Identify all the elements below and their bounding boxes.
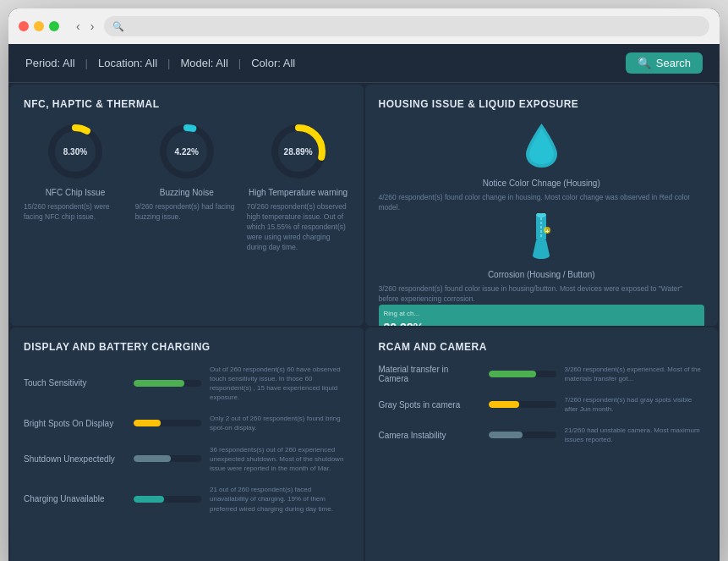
overflow-value: 30.28% [384,321,700,326]
rcam-row-1-fill [489,401,519,408]
rcam-row-2-fill [489,432,523,438]
search-label: Search [656,57,691,69]
housing-panel: HOUSING ISSUE & LIQUID EXPOSURE Notice C… [365,85,719,326]
dashboard-grid: NFC, HAPTIC & THERMAL 8.30% NFC Chip Iss… [8,83,720,561]
nfc-metric-3: 28.89% High Temperature warning 70/260 r… [247,122,350,252]
nfc-metric-1: 8.30% NFC Chip Issue 15/260 respondent(s… [24,122,127,252]
display-row-1-track [134,420,201,426]
housing-item-2-desc: 3/260 respondent(s) found color issue in… [379,284,705,305]
nfc-panel: NFC, HAPTIC & THERMAL 8.30% NFC Chip Iss… [10,85,364,326]
display-row-1: Bright Spots On Display Only 2 out of 26… [24,414,350,432]
location-filter[interactable]: Location: All [88,57,167,69]
housing-item-2-name: Corrosion (Housing / Button) [488,270,595,279]
donut-2: 4.22% [157,122,216,181]
display-row-3-fill [134,496,164,503]
rcam-row-0-fill [489,371,536,377]
traffic-lights [19,21,59,31]
overflow-card: Ring at ch... 30.28% [379,305,705,326]
color-filter[interactable]: Color: All [241,57,305,69]
rcam-row-1-track [489,401,556,408]
search-icon: 🔍 [112,21,124,32]
rcam-row-0-desc: 3/260 respondent(s) experienced. Most of… [565,365,705,383]
display-row-3-track [134,496,201,503]
forward-button[interactable]: › [87,18,98,35]
display-row-2-desc: 36 respondents(s) out of 260 experienced… [210,445,350,474]
nfc-metric-2: 4.22% Buzzing Noise 9/260 respondent(s) … [135,122,238,252]
donut-3-label: 28.89% [284,147,313,157]
nfc-panel-title: NFC, HAPTIC & THERMAL [24,98,350,110]
display-row-3: Charging Unavailable 21 out of 260 respo… [24,485,350,514]
nfc-metric-3-desc: 70/260 respondent(s) observed high tempe… [247,202,350,252]
maximize-button[interactable] [49,21,59,31]
display-row-0: Touch Sensitivity Out of 260 respondent(… [24,365,350,403]
housing-item-1-desc: 4/260 respondent(s) found color change i… [379,193,705,213]
app-content: Period: All | Location: All | Model: All… [8,44,720,561]
water-drop-icon [523,122,561,172]
model-filter[interactable]: Model: All [170,57,238,69]
rcam-rows: Material transfer in Camera 3/260 respon… [379,365,705,445]
rcam-panel-title: RCAM AND CAMERA [379,341,705,353]
display-row-0-track [134,380,201,387]
nfc-metric-2-name: Buzzing Noise [135,188,238,197]
search-button[interactable]: 🔍 Search [626,52,703,74]
donut-2-label: 4.22% [175,147,199,157]
housing-item-2: + Corrosion (Housing / Button) 3/260 res… [379,213,705,305]
display-row-0-desc: Out of 260 respondent(s) 60 have observe… [210,365,350,403]
address-bar[interactable]: 🔍 [104,16,709,36]
display-row-2: Shutdown Unexpectedly 36 respondents(s) … [24,445,350,474]
display-row-0-fill [134,380,184,387]
donut-1: 8.30% [46,122,105,181]
browser-window: ‹ › 🔍 Period: All | Location: All | Mode… [8,8,720,561]
browser-chrome: ‹ › 🔍 [8,8,720,44]
housing-icons-row: Notice Color Chnage (Housing) 4/260 resp… [379,122,705,326]
rcam-row-2: Camera Instability 21/260 had unstable c… [379,426,705,444]
nav-buttons: ‹ › [73,18,97,35]
display-row-2-label: Shutdown Unexpectedly [24,454,125,464]
display-panel: DISPLAY AND BATTERY CHARGING Touch Sensi… [10,327,364,562]
rcam-row-0-label: Material transfer in Camera [379,365,480,383]
display-row-0-label: Touch Sensitivity [24,378,125,388]
rcam-row-1-label: Gray Spots in camera [379,400,480,410]
donut-3: 28.89% [269,122,328,181]
rcam-panel: RCAM AND CAMERA Material transfer in Cam… [365,327,719,562]
display-row-1-label: Bright Spots On Display [24,419,125,428]
display-row-1-desc: Only 2 out of 260 respondent(s) found br… [210,414,350,432]
nfc-metric-1-desc: 15/260 respondent(s) were facing NFC chi… [24,202,127,223]
period-filter[interactable]: Period: All [25,57,85,69]
housing-item-1-name: Notice Color Chnage (Housing) [483,179,600,188]
rcam-row-1-desc: 7/260 respondent(s) had gray spots visib… [565,395,705,414]
display-row-3-label: Charging Unavailable [24,494,125,503]
rcam-row-2-track [489,432,556,438]
display-row-1-fill [134,420,161,426]
nfc-metric-1-name: NFC Chip Issue [24,188,127,197]
housing-panel-title: HOUSING ISSUE & LIQUID EXPOSURE [379,98,705,110]
display-row-3-desc: 21 out of 260 respondent(s) faced unavai… [210,485,350,514]
display-row-2-fill [134,455,171,462]
svg-text:+: + [545,228,550,235]
nfc-metric-3-name: High Temperature warning [247,188,350,197]
filter-bar: Period: All | Location: All | Model: All… [8,44,720,83]
corrosion-tube-icon: + [524,213,558,263]
minimize-button[interactable] [34,21,44,31]
donut-1-label: 8.30% [63,147,87,157]
rcam-row-0: Material transfer in Camera 3/260 respon… [379,365,705,383]
nfc-metric-2-desc: 9/260 respondent(s) had facing buzzing i… [135,202,238,223]
overflow-label: Ring at ch... [384,310,700,317]
display-row-2-track [134,455,201,462]
display-panel-title: DISPLAY AND BATTERY CHARGING [24,341,350,353]
nfc-metrics-row: 8.30% NFC Chip Issue 15/260 respondent(s… [24,122,350,252]
filter-items: Period: All | Location: All | Model: All… [25,57,305,69]
close-button[interactable] [19,21,29,31]
rcam-row-0-track [489,371,556,377]
housing-item-1: Notice Color Chnage (Housing) 4/260 resp… [379,122,705,213]
rcam-row-1: Gray Spots in camera 7/260 respondent(s)… [379,395,705,414]
search-icon: 🔍 [638,57,651,69]
display-rows: Touch Sensitivity Out of 260 respondent(… [24,365,350,514]
rcam-row-2-label: Camera Instability [379,431,480,440]
back-button[interactable]: ‹ [73,18,84,35]
rcam-row-2-desc: 21/260 had unstable camera. Most maximum… [565,426,705,444]
